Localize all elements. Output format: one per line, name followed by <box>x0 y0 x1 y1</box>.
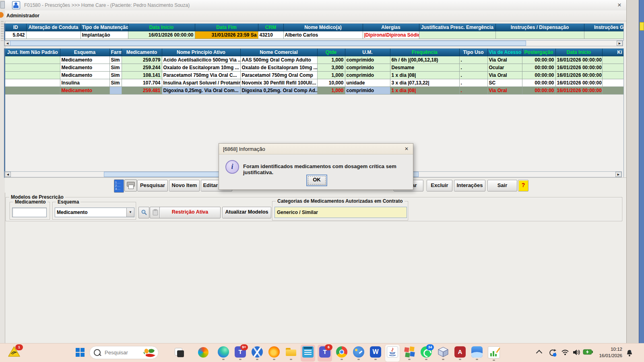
cell[interactable]: 00:00:00 <box>522 87 555 95</box>
cell[interactable]: comprimido <box>345 56 390 64</box>
cell[interactable]: 00:00:00 <box>522 64 555 72</box>
cell[interactable]: Medicamento <box>60 64 109 72</box>
scroll-right-icon[interactable]: ▶ <box>617 41 623 46</box>
cell[interactable]: Paracetamol 750mg Via Oral C... <box>162 72 240 79</box>
cell[interactable]: Insulina Aspart Soluvel / Protamin... <box>162 79 240 87</box>
sign-warning-tray-icon[interactable]: 1 <box>8 346 20 357</box>
column-header[interactable]: Alergias <box>363 24 419 31</box>
tray-chevron-up-icon[interactable] <box>537 349 541 355</box>
cell[interactable] <box>602 64 624 72</box>
sair-button[interactable]: Sair <box>487 180 517 191</box>
taskbar-item-explorer[interactable] <box>283 344 299 362</box>
taskbar-item-photos[interactable] <box>469 344 485 362</box>
taskbar-item-edge[interactable] <box>215 344 232 362</box>
cell[interactable]: Sim <box>109 56 122 64</box>
cell[interactable] <box>602 79 624 87</box>
cell[interactable]: 259.079 <box>122 56 162 64</box>
cell[interactable]: Via Oral <box>487 72 522 79</box>
cell[interactable] <box>5 64 60 72</box>
dialog-ok-button[interactable]: OK <box>306 175 327 186</box>
cell[interactable]: 107.704 <box>122 79 162 87</box>
medication-row-selected[interactable]: Medicamento259.481Digoxina 0,25mg. Via O… <box>5 87 624 95</box>
column-header[interactable]: Data Fim <box>195 24 258 31</box>
print-button[interactable] <box>124 179 137 191</box>
cell[interactable]: 10,000 <box>317 79 345 87</box>
volume-icon[interactable] <box>572 349 580 356</box>
cell[interactable]: 1,000 <box>317 72 345 79</box>
cell[interactable]: 31/01/2026 23:59 Sa <box>195 31 258 39</box>
help-button[interactable]: ? <box>518 180 528 191</box>
column-header[interactable]: Via de Acesso <box>487 49 522 56</box>
column-header[interactable]: Frequência <box>390 49 459 56</box>
dialog-close-icon[interactable]: ✕ <box>403 146 410 152</box>
cell[interactable]: Via Oral <box>487 56 522 64</box>
cell[interactable]: 16/01/2026 00:00:00 <box>128 31 195 39</box>
cell[interactable]: 16/01/2026 00:00:00 <box>555 87 602 95</box>
paste-model-button[interactable] <box>150 207 161 218</box>
cell[interactable]: 16/01/2026 00:00:00 <box>555 72 602 79</box>
cell[interactable]: comprimido <box>345 64 390 72</box>
column-header[interactable]: Tipo Uso <box>459 49 487 56</box>
cell[interactable]: . <box>459 87 487 95</box>
cell[interactable]: Insulina <box>60 79 109 87</box>
cell[interactable]: Paracetamol 750mg Oral Comp <box>240 72 317 79</box>
cell[interactable]: Medicamento <box>60 56 109 64</box>
cell[interactable]: |Dipirona\Dipirona Sódica\ <box>363 31 419 39</box>
taskbar-item-chrome[interactable] <box>333 344 350 362</box>
cell[interactable]: comprimido <box>345 72 390 79</box>
cell[interactable]: . <box>459 64 487 72</box>
taskbar-item-chart-editor[interactable] <box>485 344 502 362</box>
taskbar-item-3d-viewer[interactable] <box>435 344 452 362</box>
medication-row[interactable]: MedicamentoSim259.079Acido Acetilsalicil… <box>5 56 624 64</box>
cell[interactable]: 1,000 <box>317 56 345 64</box>
scroll-right-icon[interactable]: ▶ <box>615 172 621 177</box>
taskbar-item-colored-squares[interactable] <box>401 344 418 362</box>
header-table-hscrollbar[interactable]: ◀ ▶ <box>4 40 623 46</box>
cell[interactable] <box>5 72 60 79</box>
medicamento-input[interactable] <box>12 208 47 217</box>
cell[interactable]: 16/01/2026 00:00:00 <box>555 64 602 72</box>
cell[interactable] <box>584 31 624 39</box>
cell[interactable]: Novomix 30 Penfill Refil 100UI/... <box>240 79 317 87</box>
taskbar-search[interactable] <box>89 346 159 359</box>
cell[interactable] <box>26 31 80 39</box>
column-header[interactable]: Qtde <box>317 49 345 56</box>
cell[interactable]: Medicamento <box>60 87 109 95</box>
task-view-button[interactable] <box>174 346 184 358</box>
taskbar-item-java-active[interactable] <box>384 344 401 362</box>
cell[interactable] <box>602 56 624 64</box>
novo-item-button[interactable]: Novo Item <box>169 180 200 191</box>
cell[interactable]: 1 x dia |08| <box>390 87 459 95</box>
cell[interactable]: Acido Acetilsalicilico 500mg Via ... <box>162 56 240 64</box>
atualizar-modelos-button[interactable]: Atualizar Modelos <box>222 207 271 218</box>
column-header[interactable]: Data Início <box>555 49 602 56</box>
cell[interactable] <box>602 72 624 79</box>
cell[interactable]: 259.244 <box>122 64 162 72</box>
cell[interactable]: 1 x dia |08| <box>390 72 459 79</box>
cell[interactable]: comprimido <box>345 87 390 95</box>
cell[interactable]: Ocular <box>487 64 522 72</box>
battery-charging-icon[interactable] <box>583 349 593 355</box>
cell[interactable]: 00:00:00 <box>522 72 555 79</box>
cell[interactable]: Sim <box>109 64 122 72</box>
notification-bell-icon[interactable]: z <box>625 349 634 359</box>
cell[interactable]: Desmame <box>390 64 459 72</box>
column-header[interactable]: ID <box>5 24 26 31</box>
tray-clock[interactable]: 10:12 16/01/2026 <box>595 346 622 359</box>
cell[interactable]: Oxalato de Escitalopram 10mg ... <box>240 64 317 72</box>
window-close-icon[interactable]: ✕ <box>616 2 623 9</box>
pesquisar-button[interactable]: Pesquisar <box>137 180 168 191</box>
cell[interactable]: Implantação <box>80 31 128 39</box>
item-list-icon-button[interactable]: 1...2...3... <box>114 179 124 193</box>
esquema-dropdown[interactable]: Medicamento ▼ <box>55 208 134 217</box>
taskbar-item-acrobat[interactable]: A <box>452 344 469 362</box>
prescription-row[interactable]: 5.042Implantação16/01/2026 00:00:0031/01… <box>5 31 624 39</box>
cell[interactable]: 3 x dia |07,13,22| <box>390 79 459 87</box>
cell[interactable]: 6h / 6h |(00,06,12,18) <box>390 56 459 64</box>
cell[interactable]: Medicamento <box>60 72 109 79</box>
taskbar-item-whatsapp[interactable]: 34 <box>418 344 435 362</box>
column-header[interactable]: Data Início <box>128 24 195 31</box>
cell[interactable] <box>495 31 584 39</box>
taskbar-item-teams-2-active[interactable]: T 6 <box>316 344 333 362</box>
taskbar-item-firefox[interactable] <box>266 344 283 362</box>
